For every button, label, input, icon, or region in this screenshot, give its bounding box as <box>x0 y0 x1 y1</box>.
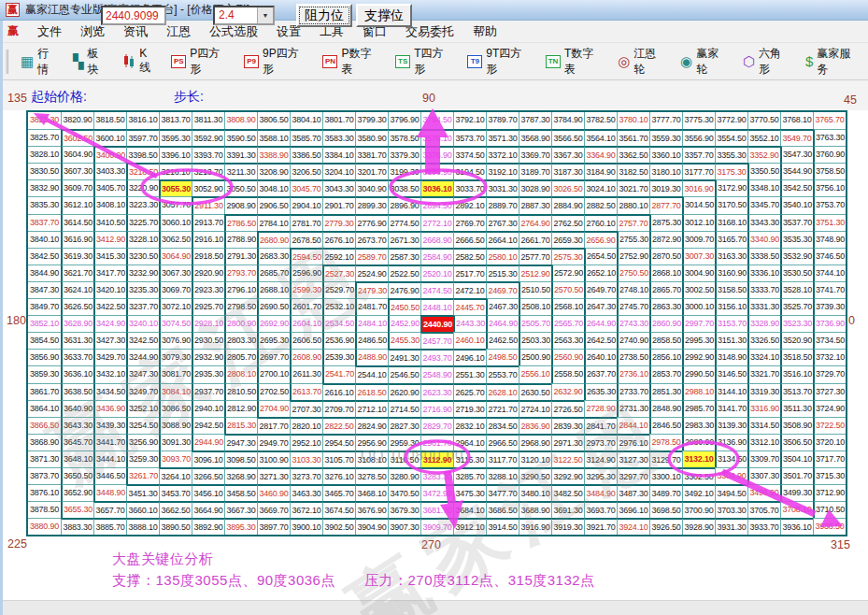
grid-cell: 3170.50 <box>715 196 747 213</box>
grid-cell: 3854.50 <box>28 332 61 349</box>
grid-cell: 3782.50 <box>584 112 617 129</box>
grid-cell: 2774.50 <box>388 214 420 231</box>
degree-label-45: 45 <box>844 93 857 107</box>
grid-cell: 3820.90 <box>61 112 93 129</box>
grid-cell: 2450.50 <box>388 298 420 315</box>
grid-cell: 3628.90 <box>61 315 93 332</box>
start-price-input[interactable] <box>101 6 166 25</box>
grid-cell: 3290.50 <box>519 467 551 484</box>
grid-cell: 2647.30 <box>584 298 617 315</box>
grid-cell: 3554.50 <box>715 129 747 146</box>
grid-cell: 3650.50 <box>61 467 93 484</box>
status-bar <box>0 600 868 615</box>
toolbar-t-square[interactable]: TST四方形 <box>389 43 461 80</box>
toolbar-t-table[interactable]: TNT数字表 <box>539 43 611 80</box>
grid-cell: 2476.90 <box>388 281 420 298</box>
grid-cell: 3475.30 <box>453 484 486 501</box>
toolbar-9t-square[interactable]: T99T四方形 <box>461 43 539 80</box>
grid-cell: 3825.70 <box>28 129 61 146</box>
grid-cell: 3712.90 <box>813 484 846 501</box>
grid-cell: 3542.50 <box>780 179 813 196</box>
menu-item-9[interactable]: 帮助 <box>463 21 506 42</box>
quotes-grid-icon: ▦ <box>21 54 34 68</box>
toolbar-sectors[interactable]: ▚板块 <box>66 43 116 80</box>
grid-cell: 2522.50 <box>388 265 420 281</box>
grid-cell: 2911.30 <box>192 196 224 213</box>
window-frame-edge <box>0 21 3 615</box>
grid-cell: 2757.70 <box>617 214 649 231</box>
toolbar: ▦行情▚板块K线PSP四方形P99P四方形PNP数字表TST四方形T99T四方形… <box>0 43 868 80</box>
grid-cell: 3038.50 <box>388 179 420 196</box>
grid-cell: 2664.10 <box>486 231 519 248</box>
toolbar-p-table[interactable]: PNP数字表 <box>316 43 389 80</box>
grid-cell: 3403.30 <box>93 163 126 179</box>
grid-cell: 3664.90 <box>192 501 224 518</box>
grid-cell: 2697.70 <box>257 349 290 365</box>
grid-cell: 3175.30 <box>715 163 747 179</box>
grid-cell: 3792.10 <box>453 112 486 129</box>
chevron-down-icon[interactable]: ▼ <box>257 7 273 23</box>
grid-cell: 3508.90 <box>780 417 813 434</box>
grid-cell: 3746.50 <box>813 248 846 265</box>
grid-cell: 2656.90 <box>584 231 617 248</box>
toolbar-9p-square[interactable]: P99P四方形 <box>237 43 316 80</box>
grid-cell: 2673.70 <box>355 231 388 248</box>
grid-cell: 3062.50 <box>159 231 192 248</box>
grid-cell: 3434.50 <box>93 383 126 400</box>
ts-badge-icon: TS <box>395 55 410 68</box>
p9-badge-icon: P9 <box>244 55 259 68</box>
grid-cell: 3787.30 <box>519 112 551 129</box>
grid-cell: 2906.50 <box>257 196 290 213</box>
grid-cell: 3832.90 <box>28 179 61 196</box>
toolbar-winner-wheel[interactable]: ◉赢家轮 <box>674 43 736 80</box>
toolbar-p-square[interactable]: PSP四方形 <box>164 43 237 80</box>
toolbar-quotes[interactable]: ▦行情 <box>14 43 66 80</box>
grid-cell: 3096.10 <box>192 451 224 467</box>
grid-cell: 3199.30 <box>388 163 420 179</box>
grid-cell: 2863.30 <box>649 298 682 315</box>
grid-cell: 2851.30 <box>649 383 682 400</box>
toolbar-p-square-label: P四方形 <box>190 46 231 78</box>
grid-cell: 2649.70 <box>584 281 617 298</box>
grid-cell: 3297.70 <box>617 467 649 484</box>
grid-cell: 2832.10 <box>453 417 486 434</box>
grid-cell: 2935.30 <box>192 365 224 382</box>
grid-cell: 3840.10 <box>28 231 61 248</box>
grid-cell: 3758.50 <box>813 163 846 179</box>
grid-cell: 3235.30 <box>126 281 159 298</box>
grid-cell: 2704.90 <box>257 400 290 417</box>
grid-cell: 3715.30 <box>813 467 846 484</box>
grid-cell: 2772.10 <box>420 214 453 231</box>
grid-cell: 3902.50 <box>322 518 355 535</box>
step-combobox[interactable]: 2.4 ▼ <box>213 6 275 25</box>
grid-cell: 2887.30 <box>519 196 551 213</box>
resistance-button[interactable]: 阻力位 <box>296 4 352 27</box>
toolbar-gann-wheel[interactable]: ◎江恩轮 <box>611 43 674 80</box>
grid-cell: 2558.50 <box>551 365 584 382</box>
grid-cell: 3484.90 <box>584 484 617 501</box>
toolbar-hexagon[interactable]: ⬡六角形 <box>736 43 799 80</box>
grid-cell: 2508.10 <box>519 298 551 315</box>
grid-cell: 3835.30 <box>28 196 61 213</box>
grid-cell: 3076.90 <box>159 332 192 349</box>
grid-cell: 3477.70 <box>486 484 519 501</box>
toolbar-kline[interactable]: K线 <box>116 44 164 79</box>
grid-cell: 3866.50 <box>28 417 61 434</box>
grid-cell: 2971.30 <box>551 434 584 451</box>
grid-cell: 2712.10 <box>355 400 388 417</box>
grid-cell: 3669.70 <box>257 501 290 518</box>
grid-cell: 3528.10 <box>780 281 813 298</box>
grid-cell: 3091.30 <box>159 434 192 451</box>
grid-cell: 3907.30 <box>388 518 420 535</box>
support-button[interactable]: 支撑位 <box>356 4 412 27</box>
grid-cell: 3302.50 <box>682 467 715 484</box>
toolbar-service[interactable]: $赢家服务 <box>799 43 868 80</box>
grid-cell: 2719.30 <box>453 400 486 417</box>
grid-cell: 3100.90 <box>257 451 290 467</box>
grid-cell: 2882.50 <box>584 196 617 213</box>
menu-item-0[interactable]: 文件 <box>28 21 71 42</box>
grid-cell: 2618.50 <box>355 383 388 400</box>
grid-cell: 2942.50 <box>192 417 224 434</box>
grid-cell: 2793.70 <box>224 265 257 281</box>
grid-cell: 3700.90 <box>682 501 715 518</box>
